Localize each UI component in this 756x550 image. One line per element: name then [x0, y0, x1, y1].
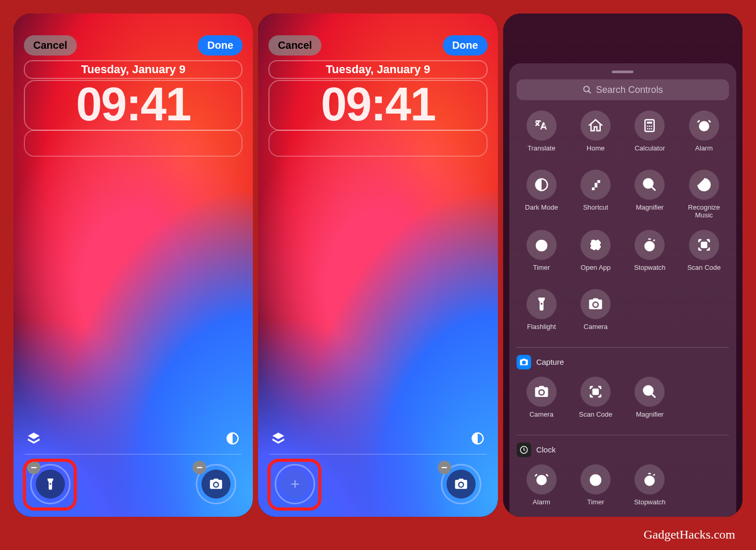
control-camera[interactable]: Camera [517, 377, 566, 425]
remove-badge[interactable]: − [438, 461, 451, 474]
svg-line-3 [588, 91, 591, 93]
control-scancode[interactable]: Scan Code [571, 377, 620, 425]
camera-icon [580, 289, 611, 319]
control-label: Scan Code [579, 411, 612, 425]
magnifier-icon [634, 377, 665, 407]
done-button[interactable]: Done [198, 35, 242, 56]
section-divider [517, 347, 729, 348]
control-label: Magnifier [636, 411, 664, 425]
recognize-icon [689, 170, 719, 200]
cancel-button[interactable]: Cancel [24, 35, 77, 56]
control-magnifier[interactable]: Magnifier [625, 170, 674, 219]
svg-point-7 [649, 126, 651, 127]
control-stopwatch[interactable]: Stopwatch [625, 464, 674, 513]
widget-slot-below-time[interactable] [24, 130, 242, 157]
control-label: Home [587, 145, 605, 159]
control-label: Calculator [634, 145, 665, 159]
control-label: Stopwatch [634, 499, 666, 513]
quick-action-right-camera[interactable]: − [196, 464, 236, 504]
control-calculator[interactable]: Calculator [625, 111, 674, 159]
svg-point-8 [651, 126, 653, 127]
cancel-button[interactable]: Cancel [268, 35, 321, 56]
control-shortcut[interactable]: Shortcut [571, 170, 620, 219]
screenshot-triptych: Cancel Done Tuesday, January 9 09:41 − [6, 6, 750, 524]
control-label: Flashlight [527, 323, 556, 338]
quick-action-right-camera[interactable]: − [441, 464, 481, 504]
svg-rect-19 [591, 240, 600, 250]
section-header-capture: Capture [517, 355, 729, 369]
control-alarm[interactable]: Alarm [517, 464, 566, 513]
control-timer[interactable]: Timer [571, 464, 620, 513]
dark-mode-icon[interactable] [469, 430, 487, 447]
section-header-clock: Clock [517, 443, 729, 457]
scancode-icon [580, 377, 611, 407]
calculator-icon [634, 111, 665, 141]
section-title: Capture [536, 358, 564, 366]
darkmode-icon [526, 170, 557, 200]
bottom-divider [269, 454, 486, 455]
tutorial-highlight [267, 459, 321, 511]
section-title: Clock [536, 445, 556, 454]
openapp-icon [580, 230, 611, 260]
stopwatch-icon [634, 464, 665, 494]
time-widget[interactable]: 09:41 [24, 80, 242, 131]
control-label: Camera [584, 323, 608, 338]
control-label: Shortcut [583, 204, 608, 218]
control-translate[interactable]: Translate [517, 111, 566, 159]
sheet-grabber[interactable] [612, 71, 633, 73]
layers-icon[interactable] [25, 430, 43, 447]
control-camera[interactable]: Camera [571, 289, 620, 338]
control-label: Stopwatch [634, 264, 666, 279]
control-magnifier[interactable]: Magnifier [625, 377, 674, 425]
control-recognize[interactable]: Recognize Music [679, 170, 729, 219]
control-flashlight[interactable]: Flashlight [517, 289, 566, 338]
camera-icon [517, 355, 531, 369]
time-widget[interactable]: 09:41 [268, 80, 487, 131]
stopwatch-icon [634, 230, 665, 260]
control-label: Alarm [533, 499, 550, 513]
control-label: Dark Mode [525, 204, 558, 218]
svg-rect-22 [593, 389, 598, 394]
control-label: Camera [530, 411, 554, 425]
timer-icon [526, 230, 557, 260]
control-home[interactable]: Home [571, 111, 620, 159]
flashlight-icon [526, 289, 557, 319]
control-label: Open App [580, 264, 611, 279]
widget-slot-below-time[interactable] [268, 130, 487, 157]
control-label: Magnifier [636, 204, 664, 218]
date-widget[interactable]: Tuesday, January 9 [268, 60, 487, 79]
magnifier-icon [634, 170, 665, 200]
control-label: Timer [587, 499, 604, 513]
control-label: Alarm [695, 145, 713, 159]
control-timer[interactable]: Timer [517, 230, 566, 279]
control-label: Translate [528, 145, 556, 159]
svg-point-6 [647, 126, 649, 127]
control-label: Scan Code [687, 264, 721, 279]
dark-mode-icon[interactable] [224, 430, 241, 447]
shortcut-icon [580, 170, 611, 200]
alarm-icon [689, 111, 719, 141]
camera-icon [526, 377, 557, 407]
date-widget[interactable]: Tuesday, January 9 [24, 60, 242, 79]
scancode-icon [689, 230, 719, 260]
control-openapp[interactable]: Open App [571, 230, 620, 279]
done-button[interactable]: Done [443, 35, 488, 56]
bottom-divider [25, 454, 241, 455]
svg-line-15 [652, 187, 656, 191]
search-icon [583, 85, 592, 94]
translate-icon [526, 111, 557, 141]
control-scancode[interactable]: Scan Code [679, 230, 729, 279]
control-darkmode[interactable]: Dark Mode [517, 170, 566, 219]
control-alarm[interactable]: Alarm [679, 111, 729, 159]
control-stopwatch[interactable]: Stopwatch [625, 230, 674, 279]
home-icon [580, 111, 611, 141]
panel-lockscreen-edit-2: Cancel Done Tuesday, January 9 09:41 + − [258, 13, 497, 517]
svg-rect-5 [647, 122, 652, 124]
layers-icon[interactable] [269, 430, 287, 447]
search-controls-input[interactable]: Search Controls [517, 79, 729, 100]
svg-rect-21 [701, 242, 707, 248]
svg-line-24 [652, 394, 656, 398]
panel-controls-picker: Search Controls Translate Home Calculato… [503, 13, 743, 517]
svg-point-2 [584, 86, 589, 92]
controls-sheet: Search Controls Translate Home Calculato… [509, 63, 736, 517]
